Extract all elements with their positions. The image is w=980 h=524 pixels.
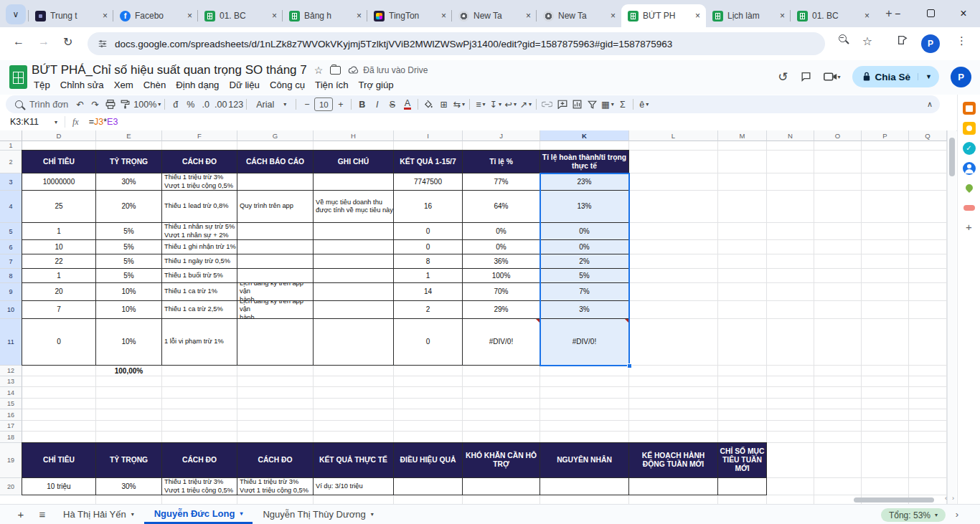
cell-K6[interactable]: 0% xyxy=(540,239,629,254)
vertical-scrollbar[interactable] xyxy=(947,130,956,504)
cell-D4[interactable]: 25 xyxy=(22,190,96,223)
name-box[interactable]: K3:K11 xyxy=(0,117,55,127)
cell-D5[interactable]: 1 xyxy=(22,222,96,240)
cell-G8[interactable] xyxy=(237,268,314,283)
cell-D6[interactable]: 10 xyxy=(22,239,96,254)
insert-comment-icon[interactable] xyxy=(555,97,570,112)
cell-G19[interactable]: CÁCH ĐO xyxy=(237,442,314,478)
cell-H19[interactable]: KẾT QUẢ THỰC TẾ xyxy=(313,442,394,478)
horizontal-align-icon[interactable]: ≡▾ xyxy=(473,97,488,112)
cell-F3[interactable]: Thiếu 1 triệu trừ 3% Vượt 1 triệu cộng 0… xyxy=(161,173,237,191)
comment-icon[interactable] xyxy=(800,71,812,82)
row-header-18[interactable]: 18 xyxy=(0,432,22,443)
filter-icon[interactable] xyxy=(585,97,600,112)
increase-decimals-button[interactable]: .00 xyxy=(213,97,228,112)
reload-icon[interactable]: ↻ xyxy=(63,35,72,49)
sheet-tab-menu-icon[interactable]: ▾ xyxy=(371,511,374,518)
cell-H5[interactable] xyxy=(313,222,394,240)
cell-J20[interactable] xyxy=(462,477,540,495)
grid-corner[interactable] xyxy=(0,130,22,141)
cell-J19[interactable]: KHÓ KHĂN CẦN HỖ TRỢ xyxy=(462,442,540,478)
cell-E10[interactable]: 10% xyxy=(95,300,162,319)
cell-K10[interactable]: 3% xyxy=(540,300,629,319)
functions-icon[interactable]: Σ xyxy=(615,97,630,112)
cell-D2[interactable]: CHỈ TIÊU xyxy=(22,150,96,173)
share-button[interactable]: Chia Sẻ ▼ xyxy=(852,66,939,87)
input-tools-icon[interactable]: ê▾ xyxy=(636,97,651,112)
star-icon[interactable]: ☆ xyxy=(314,65,324,76)
search-icon[interactable] xyxy=(11,97,27,112)
row-header-10[interactable]: 10 xyxy=(0,301,22,319)
percent-format-button[interactable]: % xyxy=(183,97,198,112)
cell-J3[interactable]: 77% xyxy=(462,173,540,191)
browser-tab[interactable]: 01. BC× xyxy=(791,4,875,27)
column-header-Q[interactable]: Q xyxy=(909,130,947,141)
browser-tab[interactable]: Trung t× xyxy=(29,4,113,27)
cell-L19[interactable]: KẾ HOẠCH HÀNH ĐỘNG TUẦN MỚI xyxy=(628,442,718,478)
borders-icon[interactable]: ⊞ xyxy=(436,97,451,112)
cell-E9[interactable]: 10% xyxy=(95,282,162,301)
site-settings-icon[interactable] xyxy=(98,39,108,49)
cell-K7[interactable]: 2% xyxy=(540,254,629,269)
scroll-left-icon[interactable]: ‹ xyxy=(945,495,947,502)
menu-trợ-giúp[interactable]: Trợ giúp xyxy=(354,78,399,92)
tab-close-icon[interactable]: × xyxy=(101,11,109,21)
browser-tab[interactable]: BỨT PH× xyxy=(621,4,706,27)
cell-D9[interactable]: 20 xyxy=(22,282,96,301)
cell-I3[interactable]: 7747500 xyxy=(393,173,463,191)
decrease-font-size-button[interactable]: − xyxy=(299,97,314,112)
menu-dữ-liệu[interactable]: Dữ liệu xyxy=(224,78,265,92)
cell-E12[interactable]: 100,00% xyxy=(95,365,162,376)
formula-input[interactable]: =J3*E3 xyxy=(89,117,118,127)
tab-close-icon[interactable]: × xyxy=(863,11,871,21)
selection-fill-handle[interactable] xyxy=(627,363,632,368)
zoom-icon[interactable] xyxy=(839,34,847,42)
cell-H4[interactable]: Về mục tiêu doanh thu được tính về mục t… xyxy=(313,190,394,223)
menu-tệp[interactable]: Tệp xyxy=(29,78,55,92)
cell-D7[interactable]: 22 xyxy=(22,254,96,269)
cell-D20[interactable]: 10 triệu xyxy=(22,477,96,495)
increase-font-size-button[interactable]: + xyxy=(333,97,348,112)
tab-close-icon[interactable]: × xyxy=(524,11,532,21)
cell-H8[interactable] xyxy=(313,268,394,283)
column-header-O[interactable]: O xyxy=(814,130,862,141)
menu-chỉnh-sửa[interactable]: Chỉnh sửa xyxy=(55,78,109,92)
table-views-icon[interactable]: ▦▾ xyxy=(600,97,615,112)
decrease-decimals-button[interactable]: .0 xyxy=(198,97,213,112)
calendar-icon[interactable] xyxy=(963,102,976,115)
cell-F11[interactable]: 1 lỗi vi phạm trừ 1% xyxy=(161,318,237,366)
cell-G3[interactable] xyxy=(237,173,314,191)
add-sheet-icon[interactable]: + xyxy=(10,508,32,520)
get-addons-icon[interactable]: + xyxy=(963,221,976,234)
cell-K19[interactable]: NGUYÊN NHÂN xyxy=(540,442,629,478)
video-call-icon[interactable]: ▾ xyxy=(824,72,841,82)
cell-J6[interactable]: 0% xyxy=(462,239,540,254)
cell-G6[interactable] xyxy=(237,239,314,254)
cell-G2[interactable]: CÁCH BÁO CÁO xyxy=(237,150,314,173)
cell-K8[interactable]: 5% xyxy=(540,268,629,283)
browser-menu-icon[interactable]: ⋮ xyxy=(956,34,967,47)
row-header-14[interactable]: 14 xyxy=(0,387,22,399)
currency-format-button[interactable]: đ xyxy=(168,97,183,112)
addon-icon[interactable] xyxy=(963,205,975,211)
cell-F2[interactable]: CÁCH ĐO xyxy=(161,150,237,173)
cell-E7[interactable]: 5% xyxy=(95,254,162,269)
print-icon[interactable] xyxy=(103,97,118,112)
sheet-tab[interactable]: Hà Thị Hải Yến▾ xyxy=(53,505,144,524)
row-header-2[interactable]: 2 xyxy=(0,151,22,173)
minimize-button[interactable]: − xyxy=(881,8,914,19)
cell-H7[interactable] xyxy=(313,254,394,269)
strikethrough-button[interactable]: S xyxy=(385,97,400,112)
scroll-right-icon[interactable]: › xyxy=(952,495,954,502)
address-bar[interactable]: docs.google.com/spreadsheets/d/1nLZk8z7W… xyxy=(88,32,825,55)
column-header-K[interactable]: K xyxy=(540,130,629,141)
cell-E20[interactable]: 30% xyxy=(95,477,162,495)
bookmark-star-icon[interactable]: ☆ xyxy=(862,34,872,48)
cell-I20[interactable] xyxy=(393,477,463,495)
menu-xem[interactable]: Xem xyxy=(109,78,138,92)
cell-E3[interactable]: 30% xyxy=(95,173,162,191)
cell-H10[interactable] xyxy=(313,300,394,319)
cell-E8[interactable]: 5% xyxy=(95,268,162,283)
cell-J10[interactable]: 29% xyxy=(462,300,540,319)
cell-H2[interactable]: GHI CHÚ xyxy=(313,150,394,173)
